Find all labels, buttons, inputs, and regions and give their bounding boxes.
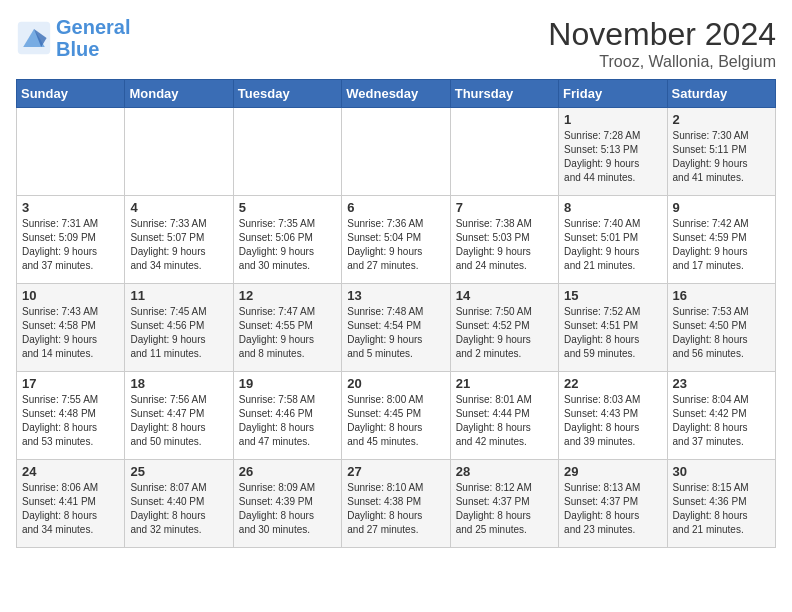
- cell-info: Sunrise: 7:47 AM Sunset: 4:55 PM Dayligh…: [239, 305, 336, 361]
- day-number: 28: [456, 464, 553, 479]
- cell-info: Sunrise: 8:15 AM Sunset: 4:36 PM Dayligh…: [673, 481, 770, 537]
- day-number: 16: [673, 288, 770, 303]
- calendar-cell: 1Sunrise: 7:28 AM Sunset: 5:13 PM Daylig…: [559, 108, 667, 196]
- cell-info: Sunrise: 7:40 AM Sunset: 5:01 PM Dayligh…: [564, 217, 661, 273]
- day-number: 18: [130, 376, 227, 391]
- title-block: November 2024 Trooz, Wallonia, Belgium: [548, 16, 776, 71]
- calendar-cell: 30Sunrise: 8:15 AM Sunset: 4:36 PM Dayli…: [667, 460, 775, 548]
- cell-info: Sunrise: 8:04 AM Sunset: 4:42 PM Dayligh…: [673, 393, 770, 449]
- day-number: 23: [673, 376, 770, 391]
- day-number: 26: [239, 464, 336, 479]
- calendar-cell: 11Sunrise: 7:45 AM Sunset: 4:56 PM Dayli…: [125, 284, 233, 372]
- cell-info: Sunrise: 8:01 AM Sunset: 4:44 PM Dayligh…: [456, 393, 553, 449]
- week-row-4: 17Sunrise: 7:55 AM Sunset: 4:48 PM Dayli…: [17, 372, 776, 460]
- calendar-cell: 7Sunrise: 7:38 AM Sunset: 5:03 PM Daylig…: [450, 196, 558, 284]
- calendar-body: 1Sunrise: 7:28 AM Sunset: 5:13 PM Daylig…: [17, 108, 776, 548]
- cell-info: Sunrise: 8:12 AM Sunset: 4:37 PM Dayligh…: [456, 481, 553, 537]
- weekday-header-friday: Friday: [559, 80, 667, 108]
- day-number: 11: [130, 288, 227, 303]
- cell-info: Sunrise: 7:42 AM Sunset: 4:59 PM Dayligh…: [673, 217, 770, 273]
- logo: General Blue: [16, 16, 130, 60]
- cell-info: Sunrise: 8:00 AM Sunset: 4:45 PM Dayligh…: [347, 393, 444, 449]
- cell-info: Sunrise: 7:50 AM Sunset: 4:52 PM Dayligh…: [456, 305, 553, 361]
- calendar-cell: 9Sunrise: 7:42 AM Sunset: 4:59 PM Daylig…: [667, 196, 775, 284]
- location-title: Trooz, Wallonia, Belgium: [548, 53, 776, 71]
- calendar-cell: 21Sunrise: 8:01 AM Sunset: 4:44 PM Dayli…: [450, 372, 558, 460]
- cell-info: Sunrise: 7:31 AM Sunset: 5:09 PM Dayligh…: [22, 217, 119, 273]
- day-number: 22: [564, 376, 661, 391]
- day-number: 2: [673, 112, 770, 127]
- weekday-header-sunday: Sunday: [17, 80, 125, 108]
- calendar-cell: 18Sunrise: 7:56 AM Sunset: 4:47 PM Dayli…: [125, 372, 233, 460]
- week-row-2: 3Sunrise: 7:31 AM Sunset: 5:09 PM Daylig…: [17, 196, 776, 284]
- calendar-cell: 15Sunrise: 7:52 AM Sunset: 4:51 PM Dayli…: [559, 284, 667, 372]
- logo-line2: Blue: [56, 38, 99, 60]
- calendar-cell: 3Sunrise: 7:31 AM Sunset: 5:09 PM Daylig…: [17, 196, 125, 284]
- calendar-cell: [17, 108, 125, 196]
- logo-line1: General: [56, 16, 130, 38]
- day-number: 15: [564, 288, 661, 303]
- calendar-cell: 5Sunrise: 7:35 AM Sunset: 5:06 PM Daylig…: [233, 196, 341, 284]
- calendar-cell: 22Sunrise: 8:03 AM Sunset: 4:43 PM Dayli…: [559, 372, 667, 460]
- calendar-cell: 12Sunrise: 7:47 AM Sunset: 4:55 PM Dayli…: [233, 284, 341, 372]
- day-number: 6: [347, 200, 444, 215]
- day-number: 7: [456, 200, 553, 215]
- day-number: 8: [564, 200, 661, 215]
- cell-info: Sunrise: 8:07 AM Sunset: 4:40 PM Dayligh…: [130, 481, 227, 537]
- calendar-table: SundayMondayTuesdayWednesdayThursdayFrid…: [16, 79, 776, 548]
- calendar-cell: 20Sunrise: 8:00 AM Sunset: 4:45 PM Dayli…: [342, 372, 450, 460]
- day-number: 5: [239, 200, 336, 215]
- page-header: General Blue November 2024 Trooz, Wallon…: [16, 16, 776, 71]
- calendar-cell: 29Sunrise: 8:13 AM Sunset: 4:37 PM Dayli…: [559, 460, 667, 548]
- weekday-header-thursday: Thursday: [450, 80, 558, 108]
- calendar-cell: 13Sunrise: 7:48 AM Sunset: 4:54 PM Dayli…: [342, 284, 450, 372]
- calendar-cell: 23Sunrise: 8:04 AM Sunset: 4:42 PM Dayli…: [667, 372, 775, 460]
- calendar-cell: 6Sunrise: 7:36 AM Sunset: 5:04 PM Daylig…: [342, 196, 450, 284]
- calendar-cell: 2Sunrise: 7:30 AM Sunset: 5:11 PM Daylig…: [667, 108, 775, 196]
- calendar-cell: [233, 108, 341, 196]
- cell-info: Sunrise: 8:06 AM Sunset: 4:41 PM Dayligh…: [22, 481, 119, 537]
- cell-info: Sunrise: 7:52 AM Sunset: 4:51 PM Dayligh…: [564, 305, 661, 361]
- calendar-cell: 25Sunrise: 8:07 AM Sunset: 4:40 PM Dayli…: [125, 460, 233, 548]
- cell-info: Sunrise: 8:09 AM Sunset: 4:39 PM Dayligh…: [239, 481, 336, 537]
- cell-info: Sunrise: 8:13 AM Sunset: 4:37 PM Dayligh…: [564, 481, 661, 537]
- calendar-cell: 16Sunrise: 7:53 AM Sunset: 4:50 PM Dayli…: [667, 284, 775, 372]
- weekday-header-monday: Monday: [125, 80, 233, 108]
- week-row-5: 24Sunrise: 8:06 AM Sunset: 4:41 PM Dayli…: [17, 460, 776, 548]
- calendar-cell: [450, 108, 558, 196]
- cell-info: Sunrise: 8:03 AM Sunset: 4:43 PM Dayligh…: [564, 393, 661, 449]
- day-number: 25: [130, 464, 227, 479]
- day-number: 17: [22, 376, 119, 391]
- weekday-header-wednesday: Wednesday: [342, 80, 450, 108]
- day-number: 24: [22, 464, 119, 479]
- cell-info: Sunrise: 7:28 AM Sunset: 5:13 PM Dayligh…: [564, 129, 661, 185]
- weekday-header-tuesday: Tuesday: [233, 80, 341, 108]
- cell-info: Sunrise: 8:10 AM Sunset: 4:38 PM Dayligh…: [347, 481, 444, 537]
- calendar-cell: 10Sunrise: 7:43 AM Sunset: 4:58 PM Dayli…: [17, 284, 125, 372]
- calendar-cell: [342, 108, 450, 196]
- cell-info: Sunrise: 7:36 AM Sunset: 5:04 PM Dayligh…: [347, 217, 444, 273]
- weekday-header-row: SundayMondayTuesdayWednesdayThursdayFrid…: [17, 80, 776, 108]
- day-number: 27: [347, 464, 444, 479]
- calendar-cell: [125, 108, 233, 196]
- day-number: 1: [564, 112, 661, 127]
- day-number: 29: [564, 464, 661, 479]
- logo-icon: [16, 20, 52, 56]
- cell-info: Sunrise: 7:35 AM Sunset: 5:06 PM Dayligh…: [239, 217, 336, 273]
- calendar-cell: 4Sunrise: 7:33 AM Sunset: 5:07 PM Daylig…: [125, 196, 233, 284]
- calendar-cell: 17Sunrise: 7:55 AM Sunset: 4:48 PM Dayli…: [17, 372, 125, 460]
- calendar-cell: 28Sunrise: 8:12 AM Sunset: 4:37 PM Dayli…: [450, 460, 558, 548]
- week-row-1: 1Sunrise: 7:28 AM Sunset: 5:13 PM Daylig…: [17, 108, 776, 196]
- calendar-cell: 26Sunrise: 8:09 AM Sunset: 4:39 PM Dayli…: [233, 460, 341, 548]
- cell-info: Sunrise: 7:56 AM Sunset: 4:47 PM Dayligh…: [130, 393, 227, 449]
- cell-info: Sunrise: 7:58 AM Sunset: 4:46 PM Dayligh…: [239, 393, 336, 449]
- weekday-header-saturday: Saturday: [667, 80, 775, 108]
- cell-info: Sunrise: 7:38 AM Sunset: 5:03 PM Dayligh…: [456, 217, 553, 273]
- day-number: 21: [456, 376, 553, 391]
- day-number: 3: [22, 200, 119, 215]
- cell-info: Sunrise: 7:53 AM Sunset: 4:50 PM Dayligh…: [673, 305, 770, 361]
- day-number: 30: [673, 464, 770, 479]
- day-number: 9: [673, 200, 770, 215]
- cell-info: Sunrise: 7:33 AM Sunset: 5:07 PM Dayligh…: [130, 217, 227, 273]
- cell-info: Sunrise: 7:48 AM Sunset: 4:54 PM Dayligh…: [347, 305, 444, 361]
